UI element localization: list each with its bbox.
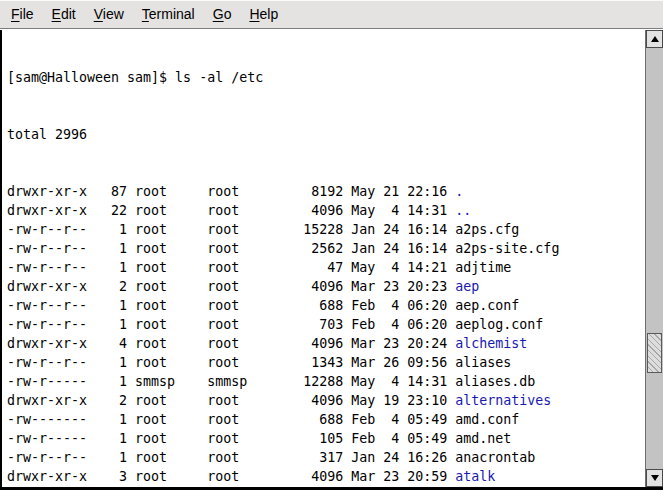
file-name: a2ps-site.cfg bbox=[455, 241, 559, 256]
listing-row: -rw-r--r-- 1 root root 317 Jan 24 16:26 … bbox=[7, 448, 645, 467]
scroll-up-button[interactable] bbox=[646, 30, 663, 48]
file-listing: drwxr-xr-x 87 root root 8192 May 21 22:1… bbox=[7, 182, 645, 201]
listing-row: -rw-r--r-- 1 root root 703 Feb 4 06:20 a… bbox=[7, 315, 645, 334]
file-name: adjtime bbox=[455, 260, 511, 275]
file-name: .. bbox=[455, 203, 471, 218]
file-name: anacrontab bbox=[455, 450, 535, 465]
file-name: aeplog.conf bbox=[455, 317, 543, 332]
listing-row: drwxr-xr-x 4 root root 4096 Mar 23 20:24… bbox=[7, 334, 645, 353]
scroll-down-icon bbox=[651, 475, 659, 481]
scrollbar-track[interactable] bbox=[646, 48, 663, 469]
file-name: atalk bbox=[455, 469, 495, 484]
menu-item-file[interactable]: File bbox=[2, 2, 43, 27]
file-name: . bbox=[455, 184, 463, 199]
file-name: alchemist bbox=[455, 336, 527, 351]
listing-row: drwxr-xr-x 3 root root 4096 Mar 23 20:59… bbox=[7, 467, 645, 486]
listing-row: -rw-r--r-- 1 root root 2562 Jan 24 16:14… bbox=[7, 239, 645, 258]
menu-item-terminal[interactable]: Terminal bbox=[133, 2, 204, 27]
total-line: total 2996 bbox=[7, 125, 645, 144]
listing-row: -rw-r----- 1 root root 105 Feb 4 05:49 a… bbox=[7, 429, 645, 448]
prompt-line: [sam@Halloween sam]$ ls -al /etc bbox=[7, 68, 645, 87]
menu-item-edit[interactable]: Edit bbox=[43, 2, 85, 27]
terminal-screen[interactable]: [sam@Halloween sam]$ ls -al /etc total 2… bbox=[2, 30, 645, 487]
menu-item-view[interactable]: View bbox=[85, 2, 133, 27]
scroll-down-button[interactable] bbox=[646, 469, 663, 487]
file-name: amd.conf bbox=[455, 412, 519, 427]
listing-row: -rw-r--r-- 1 root root 47 May 4 14:21 ad… bbox=[7, 258, 645, 277]
listing-row: -rw------- 1 root root 688 Feb 4 05:49 a… bbox=[7, 410, 645, 429]
file-name: amd.net bbox=[455, 431, 511, 446]
listing-row: -rw-r----- 1 smmsp smmsp 12288 May 4 14:… bbox=[7, 372, 645, 391]
menu-bar: FileEditViewTerminalGoHelp bbox=[0, 0, 663, 29]
file-name: aep bbox=[455, 279, 479, 294]
file-name: aep.conf bbox=[455, 298, 519, 313]
menu-item-go[interactable]: Go bbox=[204, 2, 241, 27]
file-name: aliases.db bbox=[455, 374, 535, 389]
terminal-window: FileEditViewTerminalGoHelp [sam@Hallowee… bbox=[0, 0, 663, 490]
file-name: aliases bbox=[455, 355, 511, 370]
listing-row: drwxr-xr-x 2 root root 4096 Mar 23 20:23… bbox=[7, 277, 645, 296]
file-name: alternatives bbox=[455, 393, 551, 408]
terminal-region: [sam@Halloween sam]$ ls -al /etc total 2… bbox=[0, 30, 663, 490]
file-name: a2ps.cfg bbox=[455, 222, 519, 237]
scroll-up-icon bbox=[651, 36, 659, 42]
menu-item-help[interactable]: Help bbox=[240, 2, 287, 27]
terminal-output: [sam@Halloween sam]$ ls -al /etc total 2… bbox=[7, 30, 645, 239]
listing-row: drwxr-xr-x 2 root root 4096 May 19 23:10… bbox=[7, 391, 645, 410]
listing-row: drwxr-xr-x 22 root root 4096 May 4 14:31… bbox=[7, 201, 645, 220]
scrollbar bbox=[645, 30, 663, 487]
scrollbar-thumb[interactable] bbox=[647, 333, 662, 373]
listing-row: -rw------- 1 root root 1 Jan 24 16:45 at… bbox=[7, 486, 645, 487]
listing-row: -rw-r--r-- 1 root root 688 Feb 4 06:20 a… bbox=[7, 296, 645, 315]
listing-row: -rw-r--r-- 1 root root 15228 Jan 24 16:1… bbox=[7, 220, 645, 239]
listing-row: drwxr-xr-x 87 root root 8192 May 21 22:1… bbox=[7, 182, 645, 201]
listing-row: -rw-r--r-- 1 root root 1343 Mar 26 09:56… bbox=[7, 353, 645, 372]
